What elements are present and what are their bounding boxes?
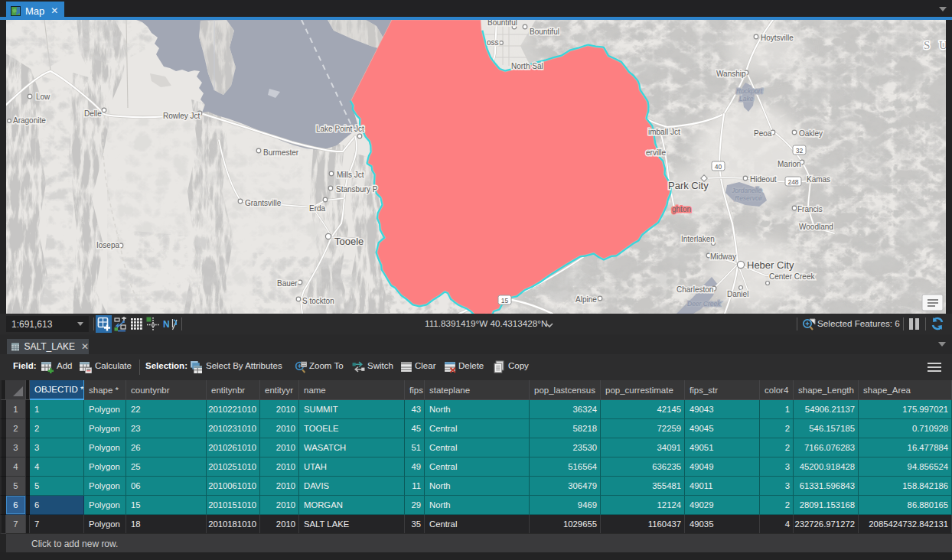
svg-text:Delle: Delle (84, 109, 102, 118)
svg-text:Stansbury P: Stansbury P (336, 185, 378, 194)
svg-text:15: 15 (501, 297, 509, 304)
svg-text:oss: oss (487, 38, 499, 47)
svg-text:Oakley: Oakley (799, 129, 823, 138)
svg-text:Reservoir: Reservoir (735, 194, 764, 202)
svg-text:Francis: Francis (797, 205, 823, 213)
svg-text:32: 32 (796, 147, 804, 155)
svg-text:Wanship: Wanship (716, 70, 746, 78)
svg-text:Charleston: Charleston (677, 285, 713, 294)
svg-text:Lake Point Jct: Lake Point Jct (316, 125, 364, 133)
svg-text:imball Jct: imball Jct (648, 128, 680, 136)
svg-text:S U: S U (924, 39, 946, 51)
svg-text:Jordanelle: Jordanelle (731, 187, 761, 194)
svg-text:Bauer: Bauer (277, 279, 298, 288)
svg-text:Heber City: Heber City (747, 259, 794, 271)
svg-text:Rowley Jct: Rowley Jct (163, 112, 201, 120)
svg-text:Iosepa: Iosepa (96, 241, 119, 249)
svg-text:Woodland: Woodland (799, 223, 833, 231)
svg-text:N: N (163, 319, 170, 330)
svg-text:Aragonite: Aragonite (13, 116, 46, 125)
svg-text:Center Creek: Center Creek (769, 272, 815, 281)
svg-text:North Sal: North Sal (511, 62, 543, 70)
svg-text:Daniel: Daniel (727, 290, 748, 298)
svg-text:248: 248 (787, 178, 798, 186)
svg-text:40: 40 (715, 163, 722, 171)
svg-text:ghton: ghton (672, 205, 691, 213)
svg-text:Marion: Marion (778, 160, 801, 168)
svg-text:Park City: Park City (668, 180, 709, 191)
svg-text:Hideout: Hideout (750, 175, 777, 184)
svg-text:Bountiful: Bountiful (487, 20, 517, 27)
svg-text:Midway: Midway (710, 252, 736, 261)
svg-text:S tockton: S tockton (302, 297, 334, 305)
svg-text:Interlaken: Interlaken (681, 235, 715, 243)
svg-text:Alpine: Alpine (575, 295, 597, 304)
svg-text:Rockport: Rockport (736, 87, 763, 95)
svg-text:Bountiful: Bountiful (530, 28, 559, 36)
svg-text:erville: erville (646, 148, 667, 157)
svg-text:Kamas: Kamas (807, 175, 830, 184)
svg-text:Grantsville: Grantsville (245, 199, 282, 207)
svg-text:Hoytsville: Hoytsville (761, 34, 794, 42)
svg-text:Deer Creek: Deer Creek (687, 300, 721, 308)
svg-text:Lake: Lake (739, 95, 754, 103)
svg-text:Low: Low (36, 93, 51, 101)
svg-text:Mills Jct: Mills Jct (337, 171, 364, 179)
svg-text:Peoa: Peoa (754, 129, 772, 138)
svg-text:Erda: Erda (309, 204, 326, 213)
svg-text:Tooele: Tooele (334, 236, 364, 247)
svg-text:Burmester: Burmester (263, 148, 299, 157)
